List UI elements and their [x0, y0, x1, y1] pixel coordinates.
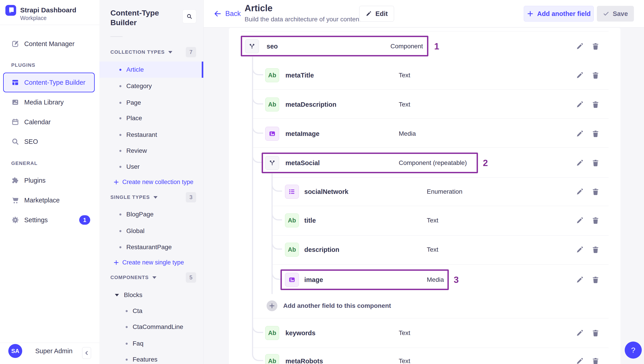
tree-elbow: [272, 180, 282, 192]
item-label: CtaCommandLine: [132, 323, 183, 330]
delete-field-button[interactable]: [592, 42, 600, 50]
chevron-down-icon: [168, 51, 172, 54]
save-button[interactable]: Save: [597, 6, 634, 22]
add-component-field-label[interactable]: Add another field to this component: [283, 302, 391, 309]
strapi-logo-icon: [6, 5, 16, 16]
sidebar-item-plugins[interactable]: Plugins: [11, 176, 46, 185]
main-content: seo Component 1 Ab metaTitle Text: [204, 27, 644, 364]
strapi-dashboard: Strapi Dashboard Workplace Content Manag…: [0, 0, 644, 364]
component-group-blocks[interactable]: Blocks: [115, 291, 142, 299]
item-label: BlogPage: [126, 211, 154, 218]
sidebar-divider: [0, 25, 100, 25]
collection-type-restaurant[interactable]: Restaurant: [120, 131, 157, 138]
sidebar-item-content-manager[interactable]: Content Manager: [11, 40, 74, 48]
field-name: metaImage: [286, 130, 320, 137]
single-type-global[interactable]: Global: [120, 227, 144, 235]
component-cta[interactable]: Cta: [126, 307, 142, 315]
field-name: seo: [266, 43, 278, 50]
search-icon: [186, 13, 192, 20]
edit-field-button[interactable]: [576, 276, 584, 284]
plus-icon: [268, 302, 275, 309]
collection-type-category[interactable]: Category: [120, 82, 152, 90]
sidebar-item-settings[interactable]: Settings: [11, 216, 48, 224]
single-type-restaurantpage[interactable]: RestaurantPage: [120, 244, 172, 251]
row-divider: [252, 118, 608, 119]
calendar-icon: [11, 118, 19, 126]
collection-type-place[interactable]: Place: [120, 115, 142, 122]
check-icon: [603, 11, 609, 17]
delete-field-button[interactable]: [592, 100, 600, 109]
delete-field-button[interactable]: [592, 246, 600, 254]
edit-field-button[interactable]: [576, 216, 584, 225]
edit-button[interactable]: Edit: [359, 6, 394, 22]
edit-field-button[interactable]: [576, 42, 584, 50]
sidebar-item-calendar[interactable]: Calendar: [11, 118, 51, 126]
main-sidebar: Strapi Dashboard Workplace Content Manag…: [0, 0, 100, 364]
sidebar-item-content-type-builder[interactable]: Content-Type Builder: [3, 73, 95, 92]
page-subtitle: Build the data architecture of your cont…: [244, 16, 361, 23]
add-another-field-button[interactable]: Add another field: [524, 6, 594, 22]
delete-field-button[interactable]: [592, 357, 600, 364]
bullet-icon: [120, 134, 122, 136]
delete-field-button[interactable]: [592, 188, 600, 196]
row-divider: [272, 177, 608, 178]
edit-field-button[interactable]: [576, 100, 584, 109]
sidebar-item-media-library[interactable]: Media Library: [11, 98, 64, 106]
collection-type-page[interactable]: Page: [120, 99, 141, 106]
edit-field-button[interactable]: [576, 357, 584, 364]
collection-types-header[interactable]: COLLECTION TYPES: [110, 49, 172, 55]
components-header[interactable]: COMPONENTS: [110, 275, 156, 280]
avatar[interactable]: SA: [8, 344, 22, 358]
create-single-type-link[interactable]: Create new single type: [113, 259, 184, 266]
content-type-builder-panel: Content-Type Builder COLLECTION TYPES 7 …: [100, 0, 204, 364]
add-component-field-button[interactable]: [266, 300, 277, 311]
edit-field-button[interactable]: [576, 159, 584, 167]
item-label: Review: [126, 147, 147, 154]
collection-type-article[interactable]: Article: [120, 66, 144, 73]
search-button[interactable]: [182, 10, 196, 23]
delete-field-button[interactable]: [592, 159, 600, 167]
delete-field-button[interactable]: [592, 130, 600, 138]
edit-field-button[interactable]: [576, 188, 584, 196]
row-divider: [272, 235, 608, 236]
sidebar-footer-divider: [0, 343, 100, 343]
field-name: description: [304, 246, 339, 253]
single-types-header[interactable]: SINGLE TYPES: [110, 194, 158, 200]
collection-type-review[interactable]: Review: [120, 147, 147, 154]
chevron-left-icon: [83, 350, 90, 356]
field-type: Text: [427, 217, 438, 224]
component-ctacommandline[interactable]: CtaCommandLine: [126, 323, 183, 330]
field-name: metaDescription: [286, 101, 336, 108]
text-field-icon: Ab: [265, 354, 279, 364]
collection-type-user[interactable]: User: [120, 163, 140, 170]
sidebar-item-marketplace[interactable]: Marketplace: [11, 196, 60, 204]
edit-field-button[interactable]: [576, 130, 584, 138]
sidebar-item-label: Marketplace: [24, 197, 60, 204]
item-label: Restaurant: [126, 131, 157, 138]
item-label: Blocks: [124, 291, 142, 299]
delete-field-button[interactable]: [592, 216, 600, 225]
pencil-icon: [366, 11, 372, 17]
field-type: Text: [427, 246, 438, 253]
tree-elbow: [272, 209, 282, 220]
edit-field-button[interactable]: [576, 71, 584, 79]
edit-field-button[interactable]: [576, 246, 584, 254]
bullet-icon: [120, 166, 122, 168]
back-button[interactable]: Back: [214, 10, 241, 18]
component-features[interactable]: Features: [126, 356, 158, 363]
delete-field-button[interactable]: [592, 329, 600, 337]
sidebar-item-seo[interactable]: SEO: [11, 137, 38, 146]
field-name: title: [304, 217, 316, 224]
delete-field-button[interactable]: [592, 276, 600, 284]
row-divider: [252, 89, 608, 90]
collapse-sidebar-button[interactable]: [82, 347, 91, 359]
sidebar-item-label: Content-Type Builder: [24, 79, 85, 86]
create-collection-type-link[interactable]: Create new collection type: [113, 179, 194, 186]
strapi-logo: [6, 5, 16, 16]
single-type-blogpage[interactable]: BlogPage: [120, 211, 154, 218]
help-button[interactable]: ?: [625, 341, 642, 358]
delete-field-button[interactable]: [592, 71, 600, 79]
edit-field-button[interactable]: [576, 329, 584, 337]
component-faq[interactable]: Faq: [126, 340, 144, 347]
item-label: Global: [126, 227, 144, 235]
